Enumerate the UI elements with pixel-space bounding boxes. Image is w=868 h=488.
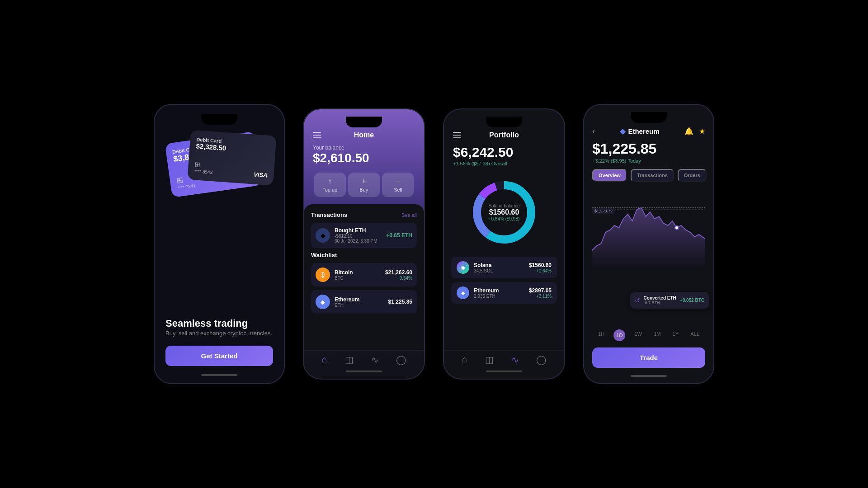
nav-home-icon[interactable]: ⌂ <box>321 354 327 365</box>
ph4-header-icons: 🔔 ★ <box>684 127 705 136</box>
svg-point-4 <box>675 226 679 230</box>
solana-price: $1560.60 <box>529 262 552 268</box>
buy-button[interactable]: + Buy <box>348 173 380 197</box>
ph4-timeframes: 1H 1D 1W 1M 1Y ALL <box>584 327 713 344</box>
trade-button[interactable]: Trade <box>592 347 705 368</box>
tf-1h[interactable]: 1H <box>595 329 607 341</box>
tab-overview[interactable]: Overview <box>592 169 627 182</box>
donut-amount: $1560.60 <box>489 208 520 216</box>
topup-button[interactable]: ↑ Top up <box>314 173 346 197</box>
ph3-title: Portfolio <box>489 131 519 139</box>
ph2-actions: ↑ Top up + Buy − Sell <box>304 173 424 204</box>
buy-label: Buy <box>360 187 368 192</box>
ph2-watchlist-header: Watchlist <box>311 252 417 258</box>
ph2-see-all[interactable]: See all <box>401 212 417 218</box>
tx-eth-amount: +0.65 ETH <box>386 232 412 239</box>
tx-eth-out: -$812.10 <box>335 234 386 239</box>
eth-price: $1,225.85 <box>388 299 412 305</box>
sell-icon: − <box>396 177 400 185</box>
ph2-balance-amount: $2,610.50 <box>313 151 415 165</box>
card-stack: Debit Card $3,826.90 ⊞ **** 7341 VISA De… <box>164 133 275 223</box>
sell-label: Sell <box>394 187 402 192</box>
ph2-title: Home <box>354 131 374 139</box>
donut-center: Solana balance $1560.60 +0.64% ($9.98) <box>489 203 520 221</box>
donut-container: Solana balance $1560.60 +0.64% ($9.98) <box>444 172 564 253</box>
eth-info: Ethereum ETH <box>335 296 388 308</box>
phone1-home-bar <box>201 374 237 376</box>
tf-1m[interactable]: 1M <box>651 329 663 341</box>
btc-change: +0.54% <box>385 276 412 281</box>
tooltip-plus: +0.052 BTC <box>680 298 704 303</box>
bell-icon[interactable]: 🔔 <box>684 127 693 136</box>
ph4-tabs: Overview Transactions Orders <box>584 169 713 187</box>
asset-ethereum: ◆ Ethereum 2.036 ETH $2897.05 +3.11% <box>451 282 557 304</box>
ph4-coin-header: ◆ Ethereum <box>620 127 659 136</box>
btc-sym: BTC <box>335 276 385 281</box>
watchlist-btc: ₿ Bitcoin BTC $21,262.60 +0.54% <box>311 263 417 286</box>
back-icon[interactable]: ‹ <box>592 127 595 136</box>
ph2-balance-section: Your balance $2,610.50 <box>304 145 424 173</box>
buy-icon: + <box>362 177 366 185</box>
phone3-home-bar <box>486 371 522 372</box>
phone2-notch <box>346 117 382 127</box>
tab-orders[interactable]: Orders <box>678 169 707 182</box>
nav-wallet-icon[interactable]: ◫ <box>345 354 354 365</box>
ethereum-price: $2897.05 <box>529 287 552 294</box>
ph2-tx-section-header: Transactions See all <box>311 211 417 218</box>
btc-name: Bitcoin <box>335 269 385 276</box>
phone3-notch <box>486 117 522 127</box>
ethereum-change: +3.11% <box>529 294 552 299</box>
ph4-amount: $1,225.85 <box>584 141 713 158</box>
nav-chart-icon[interactable]: ∿ <box>371 354 379 365</box>
ph4-header: ‹ ◆ Ethereum 🔔 ★ <box>584 127 713 141</box>
solana-change: +0.64% <box>529 268 552 273</box>
btc-prices: $21,262.60 +0.54% <box>385 269 412 281</box>
ph3-hamburger-icon[interactable] <box>453 132 461 138</box>
tf-1y[interactable]: 1Y <box>670 329 681 341</box>
ph2-balance-label: Your balance <box>313 145 415 151</box>
donut-label: Solana balance <box>489 203 520 208</box>
tf-1w[interactable]: 1W <box>632 329 645 341</box>
donut-change: +0.64% ($9.98) <box>489 216 520 221</box>
tf-1d[interactable]: 1D <box>613 329 625 341</box>
ph3-nav-wallet-icon[interactable]: ◫ <box>485 354 494 365</box>
ph3-assets: ◉ Solana 34.5 SOL $1560.60 +0.64% ◆ Ethe… <box>444 253 564 350</box>
ph3-main-amount: $6,242.50 <box>444 145 564 161</box>
eth-name: Ethereum <box>335 296 388 303</box>
phone4-notch <box>631 112 667 123</box>
ethereum-icon: ◆ <box>457 286 469 299</box>
phone-2: Home Your balance $2,610.50 ↑ Top up + B… <box>303 108 425 380</box>
tf-all[interactable]: ALL <box>688 329 702 341</box>
phone-3: Portfolio $6,242.50 +1.56% ($97.38) Over… <box>443 108 565 380</box>
asset-solana: ◉ Solana 34.5 SOL $1560.60 +0.64% <box>451 257 557 278</box>
tx-eth-date: 30 Jul 2022, 3.30 PM <box>335 239 386 244</box>
phone1-title: Seamless trading <box>165 318 273 329</box>
star-icon[interactable]: ★ <box>699 127 705 136</box>
nav-profile-icon[interactable]: ◯ <box>396 354 406 365</box>
ph3-bottom-nav: ⌂ ◫ ∿ ◯ <box>444 350 564 367</box>
get-started-button[interactable]: Get Started <box>165 346 273 366</box>
ph2-bottom-nav: ⌂ ◫ ∿ ◯ <box>304 350 424 367</box>
eth-sym: ETH <box>335 303 388 308</box>
ethereum-qty: 2.036 ETH <box>474 294 529 299</box>
tooltip-convert-icon: ↺ <box>635 297 640 304</box>
solana-name: Solana <box>474 262 529 268</box>
sell-button[interactable]: − Sell <box>382 173 414 197</box>
tx-eth-in: +0.65 ETH <box>386 232 412 239</box>
ph2-watchlist-title: Watchlist <box>311 252 337 258</box>
ph4-change: +3.22% ($3.95) Today <box>584 158 713 169</box>
ph3-nav-home-icon[interactable]: ⌂ <box>462 354 467 365</box>
ph4-price-line: $1,223.72 <box>592 207 705 214</box>
tab-transactions[interactable]: Transactions <box>631 169 674 182</box>
phones-container: Debit Card $3,826.90 ⊞ **** 7341 VISA De… <box>136 86 732 402</box>
ph3-nav-chart-icon[interactable]: ∿ <box>511 354 519 365</box>
solana-icon: ◉ <box>457 261 469 274</box>
phone1-subtitle: Buy, sell and exchange cryptocurrencies. <box>165 329 273 338</box>
ph3-total-change: +1.56% ($97.38) Overall <box>444 161 564 172</box>
ph4-chart: $1,223.72 ↺ Converted ETH -0.7 ETH +0.05… <box>584 187 713 327</box>
phone2-home-bar <box>346 371 382 372</box>
tx-item-eth: ◆ Bought ETH -$812.10 30 Jul 2022, 3.30 … <box>311 223 417 248</box>
hamburger-icon[interactable] <box>313 132 321 138</box>
ph3-nav-profile-icon[interactable]: ◯ <box>536 354 546 365</box>
btc-icon: ₿ <box>316 267 330 282</box>
